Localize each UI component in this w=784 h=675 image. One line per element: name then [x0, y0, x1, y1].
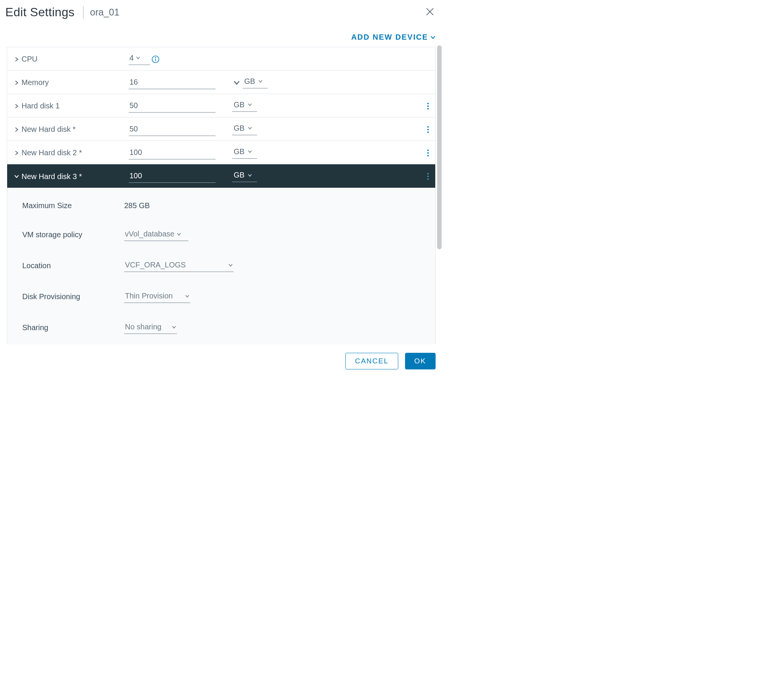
location-select[interactable]: VCF_ORA_LOGS [124, 259, 234, 272]
info-icon[interactable] [151, 55, 168, 64]
sharing-label: Sharing [22, 323, 124, 332]
chevron-right-icon [14, 103, 19, 109]
row-toggle-cpu[interactable]: CPU [14, 55, 127, 64]
disk-provisioning-value: Thin Provision [125, 292, 173, 300]
row-new-hard-disk-2: New Hard disk 2 * GB [7, 141, 435, 164]
content-wrapper: CPU 4 Memory [0, 45, 444, 345]
nhd1-unit-select[interactable]: GB [232, 124, 257, 135]
chevron-right-icon [14, 57, 19, 62]
header-divider [83, 6, 83, 19]
nhd1-unit: GB [234, 124, 244, 133]
modal-toolbar: ADD NEW DEVICE [0, 26, 444, 45]
svg-point-14 [427, 173, 429, 175]
hd1-unit-select[interactable]: GB [232, 100, 257, 112]
svg-point-9 [427, 129, 429, 130]
disk-detail-panel: Maximum Size 285 GB VM storage policy vV… [7, 188, 435, 345]
detail-max-size: Maximum Size 285 GB [22, 192, 429, 219]
cpu-value: 4 [129, 54, 134, 62]
hd1-size-input[interactable] [129, 100, 216, 112]
hardware-list: CPU 4 Memory [7, 47, 436, 345]
row-toggle-memory[interactable]: Memory [14, 78, 127, 87]
page-subtitle: ora_01 [90, 7, 120, 18]
location-label: Location [22, 261, 124, 270]
svg-point-5 [427, 103, 429, 104]
disk-provisioning-select[interactable]: Thin Provision [124, 290, 190, 303]
row-toggle-nhd3[interactable]: New Hard disk 3 * [14, 172, 127, 181]
svg-point-12 [427, 152, 429, 154]
svg-point-10 [427, 131, 429, 133]
chevron-down-icon [14, 174, 19, 179]
nhd1-label: New Hard disk * [22, 125, 76, 134]
memory-unit: GB [244, 77, 255, 86]
add-device-label: ADD NEW DEVICE [351, 33, 428, 42]
memory-label: Memory [22, 78, 49, 87]
nhd3-unit: GB [234, 171, 244, 179]
svg-point-11 [427, 150, 429, 151]
svg-point-3 [155, 57, 156, 58]
chevron-right-icon [14, 127, 19, 132]
sharing-value: No sharing [125, 323, 162, 331]
detail-location: Location VCF_ORA_LOGS [22, 250, 429, 281]
nhd1-size-input[interactable] [129, 123, 216, 136]
modal-footer: CANCEL OK [0, 345, 444, 378]
row-new-hard-disk-3: New Hard disk 3 * GB [7, 164, 435, 188]
nhd3-label: New Hard disk 3 * [22, 172, 82, 181]
nhd2-actions-menu[interactable] [418, 149, 429, 157]
storage-policy-value: vVol_database [125, 230, 174, 239]
detail-disk-provisioning: Disk Provisioning Thin Provision [22, 281, 429, 312]
hd1-unit: GB [234, 100, 244, 109]
location-value: VCF_ORA_LOGS [125, 260, 186, 269]
memory-input[interactable] [129, 76, 216, 89]
detail-storage-policy: VM storage policy vVol_database [22, 219, 429, 250]
sharing-select[interactable]: No sharing [124, 321, 177, 334]
edit-settings-modal: Edit Settings ora_01 ADD NEW DEVICE CPU [0, 0, 444, 378]
max-size-label: Maximum Size [22, 201, 124, 210]
cancel-button[interactable]: CANCEL [345, 353, 398, 369]
max-size-value: 285 GB [124, 201, 245, 210]
svg-point-15 [427, 176, 429, 177]
hd1-actions-menu[interactable] [418, 102, 429, 110]
hd1-label: Hard disk 1 [22, 101, 60, 110]
svg-point-7 [427, 108, 429, 109]
row-toggle-nhd2[interactable]: New Hard disk 2 * [14, 148, 127, 157]
add-new-device-button[interactable]: ADD NEW DEVICE [351, 33, 436, 42]
modal-header: Edit Settings ora_01 [0, 0, 444, 26]
ok-button[interactable]: OK [405, 353, 436, 369]
storage-policy-select[interactable]: vVol_database [124, 228, 188, 241]
nhd1-actions-menu[interactable] [418, 126, 429, 133]
page-title: Edit Settings [5, 5, 75, 19]
nhd2-unit: GB [234, 147, 244, 156]
cpu-select[interactable]: 4 [129, 54, 150, 65]
memory-stepper[interactable] [232, 80, 241, 86]
scrollbar-thumb[interactable] [437, 45, 442, 249]
close-icon[interactable] [424, 6, 436, 19]
row-toggle-nhd1[interactable]: New Hard disk * [14, 125, 127, 134]
svg-point-8 [427, 126, 429, 128]
row-toggle-hd1[interactable]: Hard disk 1 [14, 101, 127, 110]
row-hard-disk-1: Hard disk 1 GB [7, 94, 435, 117]
nhd3-unit-select[interactable]: GB [232, 171, 257, 182]
nhd3-size-input[interactable] [129, 170, 216, 183]
nhd3-actions-menu[interactable] [418, 173, 429, 180]
svg-point-6 [427, 105, 429, 107]
storage-policy-label: VM storage policy [22, 231, 124, 239]
row-new-hard-disk: New Hard disk * GB [7, 117, 435, 141]
nhd2-size-input[interactable] [129, 147, 216, 159]
detail-sharing: Sharing No sharing [22, 312, 429, 343]
row-memory: Memory GB [7, 71, 435, 94]
cpu-label: CPU [22, 55, 37, 64]
svg-point-16 [427, 178, 429, 180]
chevron-right-icon [14, 150, 19, 156]
row-cpu: CPU 4 [7, 47, 435, 71]
memory-unit-select[interactable]: GB [243, 77, 268, 88]
nhd2-label: New Hard disk 2 * [22, 148, 82, 157]
svg-point-13 [427, 155, 429, 156]
disk-provisioning-label: Disk Provisioning [22, 292, 124, 301]
chevron-right-icon [14, 80, 19, 85]
nhd2-unit-select[interactable]: GB [232, 147, 257, 159]
